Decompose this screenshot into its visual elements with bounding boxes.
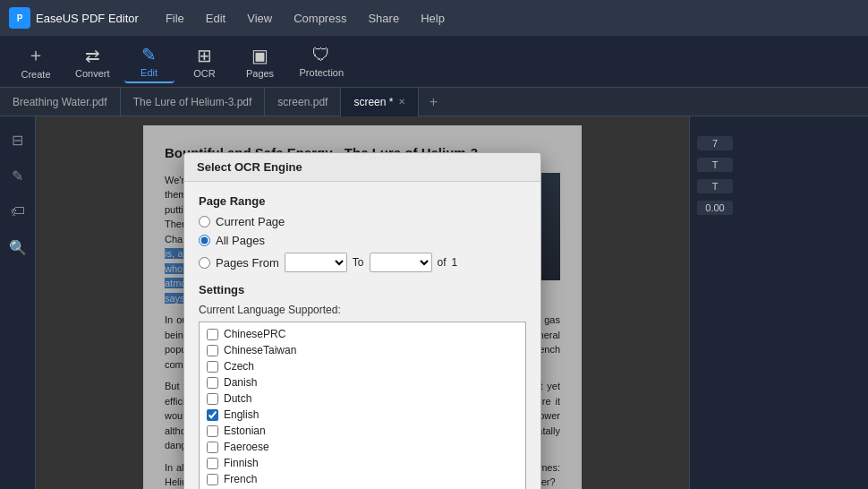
tab-breathing-water-label: Breathing Water.pdf	[13, 96, 107, 108]
all-pages-option[interactable]: All Pages	[199, 234, 526, 247]
sidebar-bookmark-icon[interactable]: 🏷	[4, 197, 32, 226]
pages-button[interactable]: ▣ Pages	[235, 41, 285, 82]
lang-label-dutch: Dutch	[224, 392, 251, 405]
ocr-icon: ⊞	[197, 45, 212, 66]
left-sidebar: ⊟ ✎ 🏷 🔍	[0, 116, 36, 489]
pages-from-option[interactable]: Pages From	[199, 256, 279, 270]
tab-helium[interactable]: The Lure of Helium-3.pdf	[121, 88, 266, 116]
sidebar-search-icon[interactable]: 🔍	[4, 233, 32, 262]
create-icon: ＋	[27, 43, 45, 67]
menu-edit[interactable]: Edit	[197, 8, 234, 29]
sidebar-thumbnail-icon[interactable]: ⊟	[4, 125, 32, 154]
pages-icon: ▣	[251, 45, 268, 66]
menu-help[interactable]: Help	[412, 8, 454, 29]
doc-area: Bountiful and Safe Energy - The Lure of …	[36, 116, 689, 489]
of-label: of	[438, 256, 447, 269]
lang-checkbox-finnish[interactable]	[207, 458, 218, 469]
page-range-label: Page Range	[199, 194, 526, 208]
app-logo-icon: P	[9, 7, 30, 29]
lang-checkbox-chineseprc[interactable]	[207, 329, 218, 340]
convert-button[interactable]: ⇄ Convert	[66, 41, 119, 82]
current-page-option[interactable]: Current Page	[199, 215, 526, 228]
lang-checkbox-dutch[interactable]	[207, 393, 218, 405]
prop-val-3: T	[697, 179, 733, 193]
lang-item-estonian[interactable]: Estonian	[203, 423, 522, 439]
lang-label-faeroese: Faeroese	[224, 441, 269, 453]
ocr-button[interactable]: ⊞ OCR	[180, 41, 230, 82]
settings-section: Settings Current Language Supported: Chi…	[199, 283, 526, 489]
main-area: ⊟ ✎ 🏷 🔍 Bountiful and Safe Energy - The …	[0, 116, 868, 489]
prop-val-2: T	[697, 158, 733, 172]
edit-button[interactable]: ✎ Edit	[124, 40, 174, 83]
prop-row-3: T	[697, 177, 861, 195]
lang-label-french: French	[224, 473, 257, 485]
lang-checkbox-french[interactable]	[207, 474, 218, 485]
create-label: Create	[21, 69, 50, 80]
lang-label-chineseprc: ChinesePRC	[224, 328, 285, 340]
tab-helium-label: The Lure of Helium-3.pdf	[133, 96, 252, 108]
menu-bar: P EaseUS PDF Editor File Edit View Compr…	[0, 0, 868, 36]
create-button[interactable]: ＋ Create	[11, 39, 61, 83]
lang-label-finnish: Finnish	[224, 457, 259, 469]
tab-breathing-water[interactable]: Breathing Water.pdf	[0, 88, 121, 116]
right-panel-label	[697, 124, 861, 131]
add-tab-button[interactable]: +	[421, 90, 446, 115]
tab-screen-pdf-label: screen.pdf	[277, 96, 328, 108]
lang-item-english[interactable]: English	[203, 407, 522, 423]
lang-checkbox-czech[interactable]	[207, 361, 218, 373]
menu-share[interactable]: Share	[359, 8, 408, 29]
language-list: ChinesePRCChineseTaiwanCzechDanishDutchE…	[199, 322, 526, 489]
lang-item-chineseprc[interactable]: ChinesePRC	[203, 326, 522, 342]
lang-checkbox-english[interactable]	[207, 409, 218, 421]
dialog-overlay: Select OCR Engine Page Range Current Pag…	[36, 116, 689, 489]
lang-item-chinesetaiwan[interactable]: ChineseTaiwan	[203, 342, 522, 358]
lang-checkbox-faeroese[interactable]	[207, 442, 218, 453]
current-language-label: Current Language Supported:	[199, 304, 526, 316]
pages-from-select[interactable]	[285, 253, 347, 272]
sidebar-edit-icon[interactable]: ✎	[4, 161, 32, 190]
convert-label: Convert	[75, 68, 110, 79]
lang-item-dutch[interactable]: Dutch	[203, 390, 522, 407]
lang-label-english: English	[224, 408, 259, 421]
prop-val-1: 7	[697, 136, 733, 150]
pages-from-radio[interactable]	[199, 257, 210, 269]
prop-row-1: 7	[697, 134, 861, 152]
all-pages-radio[interactable]	[199, 235, 210, 246]
lang-item-czech[interactable]: Czech	[203, 358, 522, 374]
to-label: To	[353, 256, 364, 269]
lang-item-french[interactable]: French	[203, 471, 522, 487]
lang-label-czech: Czech	[224, 360, 254, 373]
tab-close-icon[interactable]: ✕	[398, 97, 405, 107]
current-page-radio[interactable]	[199, 216, 210, 227]
menu-file[interactable]: File	[157, 8, 193, 29]
protection-label: Protection	[300, 67, 345, 78]
app-logo: P EaseUS PDF Editor	[9, 7, 139, 29]
ocr-label: OCR	[193, 68, 215, 79]
toolbar: ＋ Create ⇄ Convert ✎ Edit ⊞ OCR ▣ Pages …	[0, 36, 868, 88]
lang-label-danish: Danish	[224, 376, 257, 389]
lang-item-danish[interactable]: Danish	[203, 374, 522, 390]
tab-screen-active[interactable]: screen * ✕	[341, 88, 419, 116]
current-page-label: Current Page	[216, 215, 285, 228]
edit-icon: ✎	[141, 44, 157, 65]
pages-from-row: Pages From To of 1	[199, 253, 526, 272]
lang-checkbox-estonian[interactable]	[207, 425, 218, 437]
lang-item-finnish[interactable]: Finnish	[203, 455, 522, 471]
lang-label-chinesetaiwan: ChineseTaiwan	[224, 344, 296, 356]
lang-label-estonian: Estonian	[224, 425, 266, 437]
convert-icon: ⇄	[85, 45, 100, 66]
protection-button[interactable]: 🛡 Protection	[291, 41, 353, 82]
menu-view[interactable]: View	[238, 8, 281, 29]
settings-label: Settings	[199, 283, 526, 296]
tab-screen-pdf[interactable]: screen.pdf	[265, 88, 341, 116]
lang-checkbox-chinesetaiwan[interactable]	[207, 345, 218, 356]
dialog-body: Page Range Current Page All Pages	[184, 182, 540, 489]
lang-checkbox-danish[interactable]	[207, 377, 218, 389]
pages-to-select[interactable]	[370, 253, 432, 272]
protection-icon: 🛡	[312, 45, 330, 65]
menu-compress[interactable]: Compress	[285, 8, 355, 29]
all-pages-label: All Pages	[216, 234, 265, 247]
page-range-options: Current Page All Pages Pages From	[199, 215, 526, 272]
lang-item-faeroese[interactable]: Faeroese	[203, 439, 522, 455]
ocr-dialog: Select OCR Engine Page Range Current Pag…	[183, 152, 541, 489]
